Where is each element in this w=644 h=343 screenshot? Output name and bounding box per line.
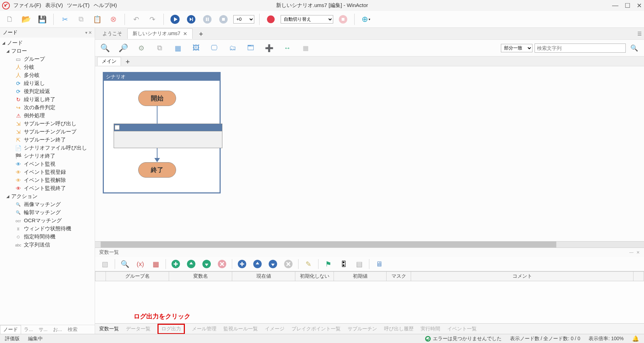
- tool-i[interactable]: ↔: [281, 42, 294, 54]
- column-header[interactable]: [633, 272, 644, 281]
- tree-item[interactable]: ⟳繰り返し: [0, 79, 95, 87]
- menu-file[interactable]: ファイル(F): [13, 2, 41, 9]
- tree-root[interactable]: ノード: [7, 40, 23, 46]
- search-button[interactable]: 🔍: [628, 42, 640, 54]
- column-header[interactable]: コメント: [411, 272, 633, 281]
- stop-button[interactable]: [217, 13, 230, 26]
- tab-add[interactable]: ＋: [193, 28, 209, 40]
- tool-d[interactable]: 🖼: [190, 42, 202, 54]
- side-panel-pin[interactable]: ▾ ✕: [85, 30, 92, 35]
- maximize-button[interactable]: ☐: [625, 2, 630, 9]
- tree-item[interactable]: 🔍輪郭マッチング: [0, 209, 95, 217]
- tree-item[interactable]: 🏁シナリオ終了: [0, 152, 95, 160]
- tree-item[interactable]: 👁イベント監視解除: [0, 176, 95, 184]
- menu-tool[interactable]: ツール(T): [67, 2, 89, 9]
- bottom-tab[interactable]: 呼び出し履歴: [384, 326, 414, 332]
- copy-button[interactable]: ⧉: [75, 13, 87, 26]
- var-add2[interactable]: [236, 258, 248, 270]
- side-tab-search[interactable]: 検索: [65, 325, 80, 334]
- tab-welcome[interactable]: ようこそ: [97, 28, 127, 39]
- bottom-tab[interactable]: ログ出力: [157, 324, 185, 334]
- target-button[interactable]: ⊕▾: [360, 13, 372, 26]
- side-tab-2[interactable]: サ...: [36, 325, 51, 334]
- variables-table[interactable]: グループ名変数名現在値初期化しない初期値マスクコメント: [95, 271, 644, 281]
- minimize-button[interactable]: —: [612, 2, 618, 9]
- step-button[interactable]: [185, 13, 197, 26]
- tree-item[interactable]: ⇲サブルーチン呼び出し: [0, 120, 95, 128]
- new-file-button[interactable]: 🗋: [4, 13, 16, 26]
- node-handle-icon[interactable]: [115, 125, 120, 130]
- subtab-main[interactable]: メイン: [97, 57, 121, 66]
- delete-button[interactable]: ⊗: [107, 13, 120, 26]
- play-button[interactable]: [169, 13, 181, 26]
- scenario-canvas[interactable]: シナリオ 開始 終了: [95, 66, 644, 241]
- vars-panel-close[interactable]: ✕: [636, 250, 640, 255]
- tool-c[interactable]: ▦: [172, 42, 184, 54]
- tool-f[interactable]: 🗂: [226, 42, 239, 54]
- var-down[interactable]: [200, 258, 213, 270]
- bottom-tab[interactable]: ブレイクポイント一覧: [291, 326, 341, 332]
- tree-item[interactable]: ⚠例外処理: [0, 112, 95, 120]
- scenario-container[interactable]: シナリオ 開始 終了: [103, 72, 221, 193]
- node-tree[interactable]: ◢ノード ◢フロー ▭グループ人分岐人多分岐⟳繰り返し⟳後判定繰返↻繰り返し終了…: [0, 38, 95, 325]
- pause-button[interactable]: [201, 13, 214, 26]
- tree-item[interactable]: ⧖ウィンドウ状態待機: [0, 225, 95, 233]
- var-tool-1[interactable]: ▧: [99, 258, 111, 270]
- tree-item[interactable]: ⇱サブルーチン終了: [0, 136, 95, 144]
- zoom-in-button[interactable]: 🔍: [99, 42, 111, 54]
- zoom-out-button[interactable]: 🔎: [117, 42, 129, 54]
- redo-button[interactable]: ↷: [146, 13, 159, 26]
- tree-item[interactable]: ↪次の条件判定: [0, 104, 95, 112]
- side-tab-node[interactable]: ノード: [0, 325, 21, 334]
- tab-overflow[interactable]: ☰: [637, 31, 642, 37]
- column-header[interactable]: グループ名: [106, 272, 169, 281]
- column-header[interactable]: 初期値: [334, 272, 387, 281]
- search-match-mode[interactable]: 部分一致: [501, 44, 532, 52]
- tree-group-action[interactable]: アクション: [11, 193, 38, 200]
- empty-node[interactable]: [114, 124, 222, 148]
- side-tab-1[interactable]: ラ...: [21, 325, 36, 334]
- var-tool-del[interactable]: ▦: [149, 258, 162, 270]
- canvas-horizontal-scrollbar[interactable]: [95, 241, 644, 248]
- bottom-tab[interactable]: サブルーチン: [348, 326, 377, 332]
- tool-b[interactable]: ⧉: [153, 42, 166, 54]
- close-button[interactable]: ✕: [637, 2, 642, 9]
- bottom-tab[interactable]: 監視ルール一覧: [223, 326, 258, 332]
- menu-view[interactable]: 表示(V): [45, 2, 63, 9]
- bottom-tab[interactable]: イベント一覧: [447, 326, 477, 332]
- tree-item[interactable]: abc文字列送信: [0, 241, 95, 249]
- search-input[interactable]: [535, 44, 626, 53]
- cut-button[interactable]: ✂: [59, 13, 71, 26]
- end-node[interactable]: 終了: [138, 162, 176, 178]
- var-up[interactable]: [185, 258, 197, 270]
- bottom-tab[interactable]: メール管理: [192, 326, 216, 332]
- bottom-tab[interactable]: 実行時間: [421, 326, 440, 332]
- save-button[interactable]: 💾: [36, 13, 48, 26]
- tree-item[interactable]: ⇲サブルーチングループ: [0, 128, 95, 136]
- var-remove[interactable]: [216, 258, 228, 270]
- column-header[interactable]: 現在値: [232, 272, 295, 281]
- subtab-add[interactable]: ＋: [125, 57, 131, 66]
- stop-record-button[interactable]: [337, 13, 349, 26]
- vars-panel-min[interactable]: —: [629, 250, 633, 255]
- tree-item[interactable]: ocrOCRマッチング: [0, 217, 95, 225]
- tool-a[interactable]: ⚙: [135, 42, 148, 54]
- tree-item[interactable]: 👁イベント監視: [0, 160, 95, 168]
- var-add[interactable]: [169, 258, 182, 270]
- offset-select[interactable]: +0: [233, 15, 254, 24]
- tree-item[interactable]: 👁イベント監視終了: [0, 184, 95, 192]
- tool-h[interactable]: ➕: [263, 42, 275, 54]
- var-screen[interactable]: 🖥: [373, 258, 385, 270]
- tool-e[interactable]: 🖵: [208, 42, 221, 54]
- column-header[interactable]: [95, 272, 106, 281]
- bottom-tab[interactable]: 変数一覧: [99, 326, 119, 332]
- tree-item[interactable]: ↻繰り返し終了: [0, 95, 95, 104]
- notification-bell-icon[interactable]: 🔔: [632, 335, 639, 342]
- column-header[interactable]: 初期化しない: [295, 272, 334, 281]
- paste-button[interactable]: 📋: [91, 13, 103, 26]
- tree-item[interactable]: 👁イベント監視登録: [0, 168, 95, 176]
- tree-item[interactable]: 人分岐: [0, 63, 95, 71]
- record-button[interactable]: [264, 13, 277, 26]
- bottom-tab[interactable]: イメージ: [265, 326, 284, 332]
- mode-select[interactable]: 自動切り替え: [281, 15, 333, 24]
